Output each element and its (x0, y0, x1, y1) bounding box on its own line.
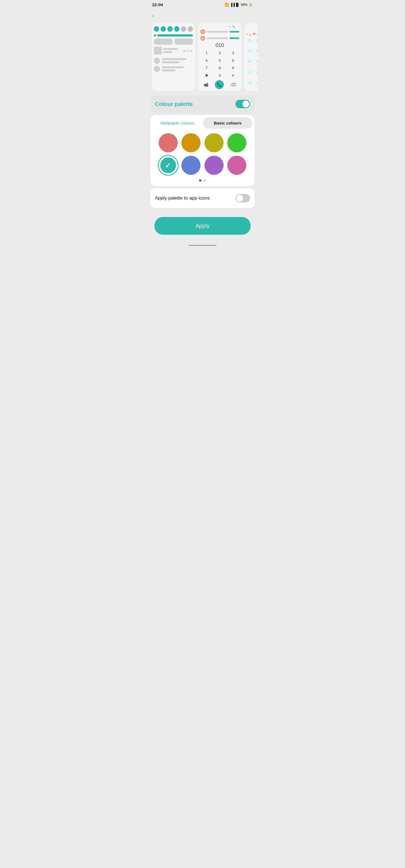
dialer-add-icon: + (229, 25, 230, 28)
dialer-key-4: 4 (200, 57, 213, 64)
swatch-purple[interactable] (204, 156, 224, 175)
dialer-keypad: 1 2 3 4 5 6 7 8 9 ✱ 0 # (200, 50, 239, 79)
swatch-green[interactable] (227, 133, 247, 152)
swatch-hotpink[interactable] (227, 156, 247, 175)
calc-key-2: 2 (254, 69, 257, 75)
mock-wifi-row (154, 26, 193, 32)
mock-list-item-1: ⌄ (154, 58, 193, 64)
settings-preview-card: ⏮ ⏸ ⏭ ⌄ ⌄ (152, 23, 195, 91)
mock-media-lines (163, 48, 181, 53)
mock-label-line-2 (162, 61, 179, 63)
calc-key-8: 8 (254, 48, 257, 55)
back-button[interactable]: ‹ (148, 9, 257, 22)
dialer-key-2: 2 (213, 50, 226, 57)
swatch-olive[interactable] (204, 133, 224, 152)
contact-row-1: A (200, 29, 239, 34)
dialer-more-icon: ⋮ (236, 25, 239, 28)
preview-area: ⏮ ⏸ ⏭ ⌄ ⌄ + 🔍 ⋮ (148, 22, 257, 95)
dialer-key-0: 0 (213, 72, 226, 79)
mock-label-line-4 (162, 69, 175, 71)
colour-palette-section: Colour palette (150, 95, 255, 113)
calc-preview-card: 235+650+375 1260 ⏱ 📐 📅 ⊕ C () % ÷ 7 8 9 … (244, 23, 257, 91)
apply-icons-row: Apply palette to app icons (150, 188, 255, 208)
home-indicator (148, 243, 257, 247)
home-bar (189, 245, 216, 246)
mock-label-line-1 (162, 58, 186, 60)
calc-tab-unit: 📐 (249, 33, 252, 36)
contact-bar-2 (230, 37, 239, 39)
dot-2 (204, 179, 206, 182)
dialer-backspace-icon: ⌫ (230, 82, 236, 87)
dialer-contacts: A A (200, 29, 239, 41)
calc-tabs: ⏱ 📐 📅 ⊕ (246, 33, 257, 36)
mock-btn1 (154, 38, 173, 45)
mock-buttons-row (154, 38, 193, 45)
colour-tabs: Wallpaper colours Basic colours (150, 115, 255, 131)
mock-chevron-2: ⌄ (191, 67, 193, 70)
dialer-key-hash: # (227, 72, 239, 79)
mock-prev-icon: ⏮ (183, 49, 185, 52)
colour-palette-toggle[interactable] (235, 100, 250, 108)
calc-result: 1260 (246, 29, 257, 32)
mock-media-row: ⏮ ⏸ ⏭ (154, 46, 193, 55)
contact-bar-1 (230, 31, 239, 33)
dot-1 (199, 179, 201, 182)
mock-airplane-icon (181, 26, 186, 32)
apply-button-container: Apply (148, 213, 257, 243)
mock-album-art (154, 46, 162, 55)
calc-key-0: 0 (254, 79, 257, 86)
calc-tab-clock: ⏱ (246, 33, 248, 36)
apply-icons-toggle[interactable] (235, 194, 250, 203)
mock-media-controls: ⏮ ⏸ ⏭ (183, 49, 193, 52)
contact-name-2 (207, 37, 228, 39)
status-icons: 📶 ▐▐▐▌ 99% 🔋 (225, 3, 253, 7)
mock-icon-circle-2 (154, 66, 160, 72)
mock-slider-row (154, 34, 193, 36)
swatch-amber[interactable] (181, 133, 201, 152)
pagination-dots (150, 179, 255, 182)
apply-button[interactable]: Apply (154, 217, 251, 235)
contact-row-2: A (200, 36, 239, 41)
calc-key-1: 1 (246, 69, 253, 75)
dialer-key-5: 5 (213, 57, 226, 64)
calc-tab-tip: ⊕ (257, 33, 257, 36)
mock-btn2 (174, 38, 193, 45)
mock-track-name (163, 48, 178, 50)
calc-key-c: C (246, 37, 253, 44)
calc-expression: 235+650+375 (246, 25, 257, 28)
swatch-teal[interactable]: ✓ (158, 156, 178, 175)
calc-keypad: C () % ÷ 7 8 9 × 4 5 6 − 1 2 3 + ± 0 . = (246, 37, 257, 89)
dialer-key-7: 7 (200, 65, 213, 72)
colour-swatches-grid: ✓ (150, 131, 255, 178)
dialer-number-display: 010 (200, 42, 239, 48)
swatch-blue[interactable] (181, 156, 201, 175)
tab-wallpaper-colours[interactable]: Wallpaper colours (153, 117, 202, 129)
dialer-preview-card: + 🔍 ⋮ A A 010 1 2 3 4 5 6 7 8 (198, 23, 241, 91)
calc-key-4: 4 (246, 58, 253, 65)
colour-palette-title: Colour palette (155, 101, 193, 107)
dialer-key-9: 9 (227, 65, 239, 72)
mock-label-line-3 (162, 66, 184, 68)
dialer-key-1: 1 (200, 50, 213, 57)
dialer-key-6: 6 (227, 57, 239, 64)
mock-icon-circle-1 (154, 58, 160, 64)
colour-picker-card: Wallpaper colours Basic colours ✓ (150, 115, 255, 186)
mock-wifi-icon (154, 26, 159, 32)
wifi-icon: 📶 (225, 3, 229, 7)
mock-sound-icon (167, 26, 173, 32)
apply-icons-label: Apply palette to app icons (155, 195, 210, 201)
swatch-pink[interactable] (158, 133, 178, 152)
status-bar: 22:04 📶 ▐▐▐▌ 99% 🔋 (148, 0, 257, 9)
dialer-search-icon: 🔍 (232, 25, 235, 28)
mock-slider-dot (154, 34, 156, 36)
calc-tab-date: 📅 (253, 33, 256, 36)
calc-key-7: 7 (246, 48, 253, 55)
mock-extra-icon (187, 26, 193, 32)
mock-bt-icon (161, 26, 166, 32)
calc-key-5: 5 (254, 58, 257, 65)
dialer-key-3: 3 (227, 50, 239, 57)
signal-icon: ▐▐▐▌ (230, 3, 240, 7)
contact-avatar-1: A (200, 29, 205, 34)
calc-key-sign: ± (246, 79, 253, 86)
tab-basic-colours[interactable]: Basic colours (203, 117, 252, 129)
